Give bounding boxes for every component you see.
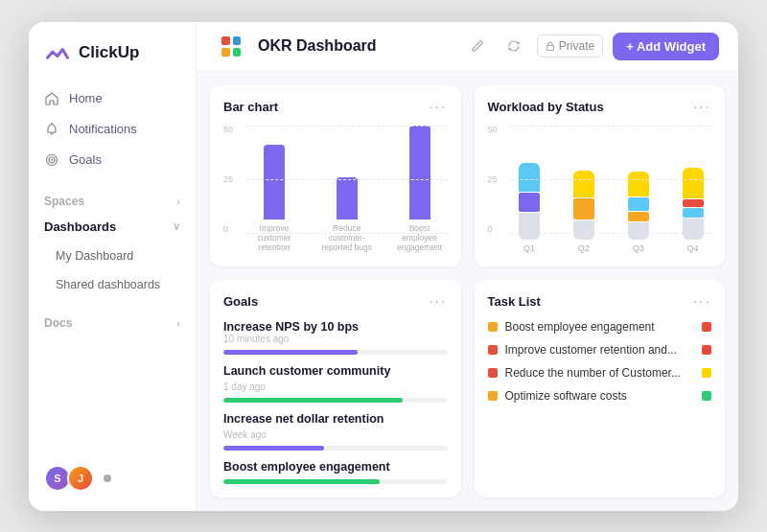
goal-1-time: 10 minutes ago (223, 334, 359, 344)
workload-chart-menu[interactable]: ··· (693, 99, 711, 116)
workload-chart-content: Q1 Q2 (488, 126, 712, 253)
grid-line-top (246, 126, 448, 127)
goal-1-name: Increase NPS by 10 bps (223, 320, 359, 334)
docs-label: Docs (44, 316, 72, 330)
logo: ClickUp (29, 39, 196, 83)
task-list: Boost employee engagement Improve custom… (488, 320, 712, 403)
goal-item-1: Increase NPS by 10 bps 10 minutes ago (223, 320, 448, 355)
grid-line-bottom (246, 233, 448, 234)
task-list-title: Task List (488, 294, 541, 309)
q3-label: Q3 (633, 243, 644, 253)
sidebar-item-goals[interactable]: Goals (29, 145, 196, 175)
goal-4-track (223, 479, 448, 484)
task-list-widget: Task List ··· Boost employee engagement … (475, 280, 726, 497)
goals-icon (44, 152, 59, 168)
goal-item-2: Launch customer community 1 day ago (223, 364, 448, 403)
task-list-menu[interactable]: ··· (693, 293, 711, 311)
bar-chart-header: Bar chart ··· (223, 99, 448, 116)
wgrid-mid (511, 179, 712, 180)
sidebar-item-dashboards[interactable]: Dashboards ∨ (29, 212, 196, 242)
goal-1-track (223, 350, 448, 355)
home-icon (44, 91, 59, 106)
add-widget-button[interactable]: + Add Widget (613, 33, 719, 60)
avatar-menu-dot[interactable] (104, 474, 111, 482)
task-item-2: Improve customer retention and... (488, 343, 712, 357)
workload-grid (511, 126, 712, 234)
bar-chart-title: Bar chart (223, 100, 278, 114)
edit-button[interactable] (464, 33, 491, 59)
bar-chart-menu[interactable]: ··· (429, 99, 447, 116)
goal-1-fill (223, 350, 358, 355)
goal-3-fill (223, 446, 324, 451)
goal-3-name: Increase net dollar retention (223, 412, 448, 426)
task-2-flag (702, 345, 711, 355)
goal-2-track (223, 398, 448, 403)
sidebar-item-shared-dashboards[interactable]: Shared dashboards (29, 270, 196, 299)
task-1-flag (702, 322, 711, 332)
refresh-button[interactable] (500, 33, 527, 59)
app-window: ClickUp Home Notific (29, 22, 738, 511)
task-item-3: Reduce the number of Customer... (488, 366, 712, 380)
dashboards-chevron: ∨ (173, 220, 180, 233)
dashboard-type-icon (216, 31, 246, 61)
bar-chart-widget: Bar chart ··· 50 25 0 (210, 85, 461, 266)
page-header: OKR Dashboard (197, 22, 738, 72)
docs-chevron: › (176, 317, 180, 329)
private-badge[interactable]: Private (537, 35, 603, 58)
spaces-chevron: › (176, 196, 180, 207)
my-dashboard-label: My Dashboard (56, 249, 133, 263)
goal-2-fill (223, 398, 403, 403)
task-1-name: Boost employee engagement (505, 320, 695, 334)
dashboard-grid: Bar chart ··· 50 25 0 (197, 72, 738, 511)
clickup-logo-icon (44, 39, 71, 66)
dashboards-label: Dashboards (44, 220, 116, 234)
bar-chart-area: 50 25 0 Improve c (223, 126, 448, 253)
header-actions: Private + Add Widget (464, 33, 719, 60)
bell-icon (44, 122, 59, 137)
task-4-flag (702, 391, 711, 401)
task-3-flag (702, 368, 711, 378)
page-title: OKR Dashboard (258, 37, 377, 55)
sidebar-item-my-dashboard[interactable]: My Dashboard (29, 242, 196, 270)
main-content: OKR Dashboard (197, 22, 738, 511)
workload-chart-header: Workload by Status ··· (488, 99, 712, 116)
goal-4-fill (223, 479, 380, 484)
workload-chart-widget: Workload by Status ··· 50 25 0 (475, 85, 726, 266)
goal-2-name: Launch customer community (223, 364, 448, 378)
goals-widget-title: Goals (223, 294, 258, 309)
goal-3-time: Week ago (223, 429, 448, 440)
spaces-label: Spaces (44, 195, 84, 208)
task-3-dot (488, 368, 498, 378)
bar-chart-grid (246, 126, 448, 234)
q1-label: Q1 (523, 243, 535, 253)
q4-label: Q4 (687, 243, 699, 253)
lock-icon (546, 41, 555, 51)
sidebar-item-notifications[interactable]: Notifications (29, 114, 196, 145)
wgrid-top (511, 126, 712, 127)
home-label: Home (69, 91, 103, 105)
wgrid-bot (511, 233, 712, 234)
task-item-4: Optimize software costs (488, 389, 712, 403)
avatar-stack: S J (44, 465, 94, 492)
task-3-name: Reduce the number of Customer... (505, 366, 695, 380)
goals-widget-menu[interactable]: ··· (429, 293, 447, 311)
avatar-row: S J (29, 457, 196, 499)
private-label: Private (559, 39, 594, 53)
goal-2-time: 1 day ago (223, 382, 448, 392)
spaces-section: Spaces › (29, 183, 196, 212)
task-item-1: Boost employee engagement (488, 320, 712, 334)
bar-chart-content: Improve customer retention Reduce custom… (223, 126, 448, 253)
task-1-dot (488, 322, 498, 332)
sidebar-item-home[interactable]: Home (29, 83, 196, 114)
goal-3-track (223, 446, 448, 451)
shared-dashboards-label: Shared dashboards (56, 278, 160, 291)
goal-item-3: Increase net dollar retention Week ago (223, 412, 448, 451)
task-2-name: Improve customer retention and... (505, 343, 695, 357)
svg-rect-4 (546, 46, 553, 51)
goals-widget-header: Goals ··· (223, 293, 448, 311)
goals-label: Goals (69, 152, 102, 167)
task-4-name: Optimize software costs (505, 389, 695, 403)
sidebar: ClickUp Home Notific (29, 22, 197, 511)
sidebar-navigation: Home Notifications (29, 83, 196, 457)
avatar-2: J (67, 465, 94, 492)
